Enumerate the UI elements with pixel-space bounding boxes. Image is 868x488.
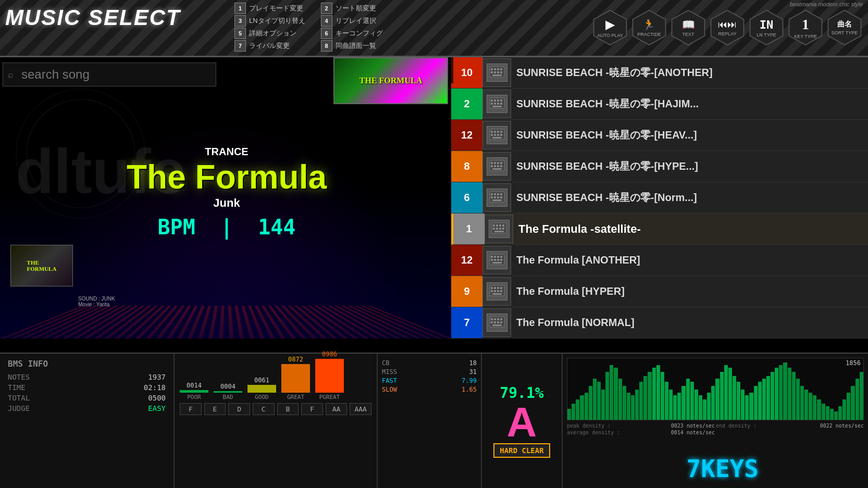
score-good-group: 0061 GOOD xyxy=(247,377,276,401)
density-bar xyxy=(800,386,804,420)
svg-rect-93 xyxy=(494,321,496,323)
keybind-label-1: プレイモード変更 xyxy=(249,4,303,13)
autoplay-icon[interactable]: ▶ AUTO PLAY xyxy=(592,9,628,46)
song-name: The Formula [ANOTHER] xyxy=(511,254,868,266)
song-list-item[interactable]: 6 SUNRISE BEACH -暁星の零-[Norm...] xyxy=(451,182,868,214)
svg-rect-24 xyxy=(497,103,499,105)
sorttype-symbol: 曲名 xyxy=(837,20,852,29)
svg-rect-46 xyxy=(492,168,502,170)
text-label: TEXT xyxy=(682,32,694,37)
keyboard-icon xyxy=(489,66,505,79)
grade-f2: F xyxy=(301,403,323,415)
svg-rect-11 xyxy=(500,68,502,70)
practice-icon[interactable]: 🏃 PRACTIDE xyxy=(631,9,667,46)
density-bar xyxy=(618,379,622,420)
density-bar xyxy=(695,390,698,420)
density-bar xyxy=(779,365,783,420)
title-area: MUSIC SELECT xyxy=(5,5,181,30)
pgreat-val: 0986 xyxy=(322,351,337,358)
svg-rect-12 xyxy=(491,71,493,73)
density-bar xyxy=(842,399,846,420)
song-list-item[interactable]: 1 The Formula -satellite- xyxy=(451,214,868,245)
density-bar xyxy=(681,386,685,420)
density-bar xyxy=(643,376,647,420)
keytype-label: KEY TYPE xyxy=(794,34,817,39)
density-bar xyxy=(826,406,829,420)
svg-rect-38 xyxy=(491,162,493,164)
song-thumb-inner xyxy=(487,282,507,301)
svg-rect-56 xyxy=(492,199,502,201)
density-chart: 1856 xyxy=(567,358,864,420)
svg-rect-53 xyxy=(494,196,496,198)
svg-rect-59 xyxy=(496,224,498,227)
keytype-icon[interactable]: 1 KEY TYPE xyxy=(787,9,824,46)
search-input[interactable] xyxy=(3,62,216,86)
stats-cb-val: 18 xyxy=(469,359,477,367)
stats-slow-val: 1.65 xyxy=(462,386,477,393)
grade-row: F E D C B F AA AAA xyxy=(180,403,371,415)
keyboard-icon xyxy=(489,254,505,267)
song-thumb-icon xyxy=(485,215,513,243)
sorttype-icon[interactable]: 曲名 SORT TYPE xyxy=(826,9,863,46)
density-bar xyxy=(754,386,758,420)
density-bar xyxy=(585,393,588,420)
keybind-label-4: リプレイ選択 xyxy=(336,16,376,26)
song-list-item[interactable]: 12 The Formula [ANOTHER] xyxy=(451,245,868,276)
replay-icon[interactable]: ⏮⏭ REPLAY xyxy=(709,9,746,46)
key-badge-4: 4 xyxy=(321,15,332,27)
svg-rect-15 xyxy=(500,71,502,73)
page-title: MUSIC SELECT xyxy=(5,5,181,30)
poor-label: POOR xyxy=(187,394,201,401)
grade-d: D xyxy=(228,403,250,415)
svg-rect-29 xyxy=(494,131,496,133)
song-list-item[interactable]: 10 SUNRISE BEACH -暁星の零-[ANOTHER] xyxy=(451,57,868,89)
svg-rect-10 xyxy=(497,68,499,70)
song-list-item[interactable]: 7 The Formula [NORMAL] xyxy=(451,307,868,339)
keybind-label-8: 同曲譜面一覧 xyxy=(336,41,376,51)
svg-rect-65 xyxy=(502,228,504,230)
svg-rect-73 xyxy=(494,259,496,261)
bms-notes-val: 1937 xyxy=(148,373,166,381)
svg-rect-40 xyxy=(497,162,499,164)
density-bar xyxy=(771,372,774,420)
svg-rect-71 xyxy=(500,256,502,258)
song-name: SUNRISE BEACH -暁星の零-[HYPE...] xyxy=(511,159,868,173)
density-bar xyxy=(631,395,635,420)
svg-rect-78 xyxy=(491,287,493,289)
stats-slow-label: SLOW xyxy=(382,386,397,393)
svg-rect-54 xyxy=(497,196,499,198)
lntype-icon[interactable]: IN LN TYPE xyxy=(748,9,785,46)
album-art-text: THEFORMULA xyxy=(27,259,57,272)
top-icons-area: ▶ AUTO PLAY 🏃 PRACTIDE 📖 TEXT ⏮⏭ REPLAY … xyxy=(592,4,863,46)
song-thumb-inner xyxy=(487,314,507,332)
density-bar xyxy=(813,395,816,420)
bms-info-panel: BMS INFO NOTES 1937 TIME 02:18 TOTAL 050… xyxy=(0,354,175,488)
song-title: The Formula xyxy=(0,158,453,196)
replay-label: REPLAY xyxy=(718,31,737,36)
song-list-item[interactable]: 8 SUNRISE BEACH -暁星の零-[HYPE...] xyxy=(451,151,868,182)
song-thumb-inner xyxy=(487,126,507,144)
text-icon[interactable]: 📖 TEXT xyxy=(670,9,706,46)
gauge-area: 79.1% A HARD CLEAR xyxy=(482,354,563,488)
stats-miss-val: 31 xyxy=(469,368,477,376)
song-thumb-inner xyxy=(487,95,507,113)
svg-rect-9 xyxy=(494,68,496,70)
svg-rect-8 xyxy=(491,68,493,70)
song-list-item[interactable]: 9 The Formula [HYPER] xyxy=(451,276,868,307)
song-thumb-icon xyxy=(482,277,511,306)
svg-rect-69 xyxy=(494,256,496,258)
svg-rect-19 xyxy=(494,99,496,102)
svg-rect-63 xyxy=(496,228,498,230)
keyboard-icon xyxy=(489,129,505,142)
svg-rect-33 xyxy=(494,134,496,136)
keybind-2: 2 ソート順変更 xyxy=(321,3,383,14)
lntype-label: LN TYPE xyxy=(757,32,776,37)
end-density-label: end density : xyxy=(716,423,757,429)
density-bar xyxy=(737,382,740,420)
song-list-item[interactable]: 12 SUNRISE BEACH -暁星の零-[HEAV...] xyxy=(451,120,868,151)
keyboard-icon xyxy=(489,97,505,110)
song-list-item[interactable]: 2 SUNRISE BEACH -暁星の零-[HAJIM... xyxy=(451,89,868,120)
bms-notes-row: NOTES 1937 xyxy=(8,373,166,381)
svg-rect-18 xyxy=(491,99,493,102)
svg-rect-39 xyxy=(494,162,496,164)
